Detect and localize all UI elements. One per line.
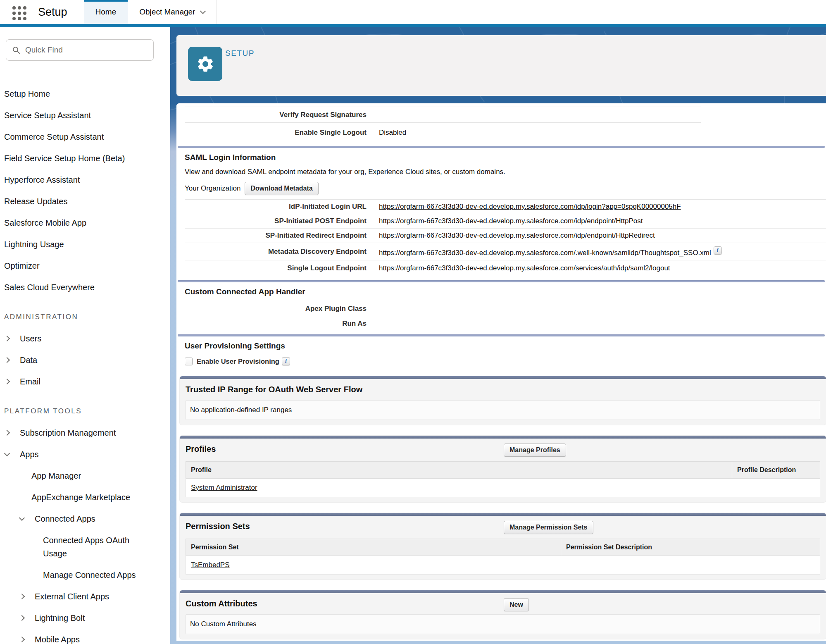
sso-settings-form: Verify Request Signatures Enable Single … [185,107,701,143]
tab-home[interactable]: Home [84,0,128,24]
info-icon[interactable]: i [282,357,290,365]
column-header-profile-description: Profile Description [732,462,820,479]
sidebar-item-users[interactable]: Users [0,328,170,349]
idp-initiated-login-url-row: IdP-Initiated Login URL https://orgfarm-… [185,200,826,214]
sidebar-item-sales-cloud-everywhere[interactable]: Sales Cloud Everywhere [0,277,170,298]
profiles-table: Profile Profile Description System Admin… [186,461,820,497]
sp-initiated-redirect-endpoint-row: SP-Initiated Redirect Endpoint https://o… [185,229,826,243]
profiles-card: Profiles Manage Profiles Profile Profile… [180,436,826,502]
metadata-discovery-endpoint-row: Metadata Discovery Endpoint https://orgf… [185,243,826,260]
sidebar-item-service-setup-assistant[interactable]: Service Setup Assistant [0,105,170,126]
download-metadata-button[interactable]: Download Metadata [245,182,318,195]
chevron-down-icon [19,515,25,521]
setup-content: Verify Request Signatures Enable Single … [176,103,826,641]
chevron-right-icon [19,637,25,642]
chevron-right-icon [4,336,10,341]
user-provisioning-section-title: User Provisioning Settings [185,341,826,351]
sidebar-section-platform-tools: PLATFORM TOOLS [0,401,170,422]
sidebar-item-hyperforce-assistant[interactable]: Hyperforce Assistant [0,169,170,191]
sidebar-item-optimizer[interactable]: Optimizer [0,255,170,277]
single-logout-endpoint-row: Single Logout Endpoint https://orgfarm-6… [185,260,826,276]
permission-sets-title: Permission Sets [186,521,820,531]
manage-permission-sets-button[interactable]: Manage Permission Sets [504,521,593,534]
sidebar-item-email[interactable]: Email [0,371,170,392]
quick-find-input[interactable] [25,45,148,55]
custom-handler-form: Apex Plugin Class Run As [185,301,550,331]
sidebar-item-release-updates[interactable]: Release Updates [0,191,170,212]
idp-login-url-link[interactable]: https://orgfarm-667c3f3d30-dev-ed.develo… [367,203,681,211]
sidebar-item-lightning-usage[interactable]: Lightning Usage [0,234,170,255]
sidebar-item-external-client-apps[interactable]: External Client Apps [0,586,170,607]
section-divider [178,334,825,336]
profiles-title: Profiles [186,444,820,454]
trusted-ip-range-card: Trusted IP Range for OAuth Web Server Fl… [180,376,826,425]
profile-link[interactable]: System Administrator [191,484,257,491]
sp-initiated-post-endpoint-row: SP-Initiated POST Endpoint https://orgfa… [185,214,826,229]
section-divider [178,280,825,282]
saml-description: View and download SAML endpoint metadata… [185,168,826,176]
info-icon[interactable]: i [714,246,722,255]
sidebar-item-setup-home[interactable]: Setup Home [0,83,170,105]
app-launcher-icon[interactable] [12,6,26,20]
setup-banner: SETUP [176,35,826,96]
tab-object-manager[interactable]: Object Manager [128,0,217,24]
table-row: TsEmbedPS [186,556,820,575]
sidebar-item-subscription-management[interactable]: Subscription Management [0,422,170,444]
related-list-bar [180,376,826,379]
sidebar-item-salesforce-mobile-app[interactable]: Salesforce Mobile App [0,212,170,234]
sidebar-item-app-manager[interactable]: App Manager [0,465,170,487]
sidebar-item-commerce-setup-assistant[interactable]: Commerce Setup Assistant [0,126,170,148]
sidebar-section-administration: ADMINISTRATION [0,306,170,328]
app-title: Setup [38,0,67,24]
chevron-right-icon [4,357,10,363]
saml-section-title: SAML Login Information [185,153,826,162]
run-as-row: Run As [185,316,550,331]
setup-gear-icon [188,47,222,81]
permission-sets-table: Permission Set Permission Set Descriptio… [186,539,820,575]
nav-tabs: Home Object Manager [84,0,217,24]
page-title: SETUP [225,49,255,58]
saml-endpoints-form: IdP-Initiated Login URL https://orgfarm-… [185,200,826,276]
trusted-ip-range-title: Trusted IP Range for OAuth Web Server Fl… [186,384,820,394]
custom-attributes-empty-message: No Custom Attributes [186,614,820,634]
content-footer: Back To Top Always show me more records … [176,639,826,641]
sidebar-item-data[interactable]: Data [0,349,170,371]
chevron-right-icon [4,430,10,436]
trusted-ip-empty-message: No application-defined IP ranges [186,400,820,420]
custom-attributes-card: Custom Attributes New No Custom Attribut… [180,590,826,639]
sidebar-item-lightning-bolt[interactable]: Lightning Bolt [0,607,170,629]
custom-attributes-title: Custom Attributes [186,598,820,608]
column-header-profile: Profile [186,462,732,479]
chevron-down-icon [200,8,206,14]
setup-sidebar: Setup Home Service Setup Assistant Comme… [0,27,170,644]
sidebar-item-connected-apps-oauth-usage[interactable]: Connected Apps OAuth Usage [0,530,170,564]
table-row: System Administrator [186,479,820,497]
sidebar-item-apps[interactable]: Apps [0,444,170,465]
main-area: SETUP Verify Request Signatures Enable S… [170,27,826,644]
sidebar-item-manage-connected-apps[interactable]: Manage Connected Apps [0,564,170,586]
quick-find-box[interactable] [6,39,154,61]
chevron-right-icon [19,615,25,621]
permission-sets-card: Permission Sets Manage Permission Sets P… [180,513,826,580]
apex-plugin-class-row: Apex Plugin Class [185,301,550,316]
brand-strip [0,24,826,27]
column-header-permission-set: Permission Set [186,539,561,556]
your-organization-row: Your Organization Download Metadata [185,182,826,200]
sidebar-item-appexchange-marketplace[interactable]: AppExchange Marketplace [0,487,170,508]
manage-profiles-button[interactable]: Manage Profiles [504,444,566,457]
custom-handler-section-title: Custom Connected App Handler [185,287,826,296]
new-custom-attribute-button[interactable]: New [504,598,529,611]
related-list-bar [180,513,826,516]
related-list-bar [180,590,826,593]
sidebar-item-mobile-apps[interactable]: Mobile Apps [0,629,170,644]
verify-request-signatures-row: Verify Request Signatures [185,107,701,123]
search-icon [12,46,20,54]
section-divider [178,146,825,148]
sidebar-list: Setup Home Service Setup Assistant Comme… [0,83,170,644]
global-nav: Setup Home Object Manager [0,0,826,24]
sidebar-item-connected-apps[interactable]: Connected Apps [0,508,170,530]
permission-set-link[interactable]: TsEmbedPS [191,561,230,569]
column-header-permission-set-description: Permission Set Description [561,539,820,556]
sidebar-item-field-service-setup-home[interactable]: Field Service Setup Home (Beta) [0,148,170,169]
enable-user-provisioning-checkbox[interactable] [185,358,193,365]
